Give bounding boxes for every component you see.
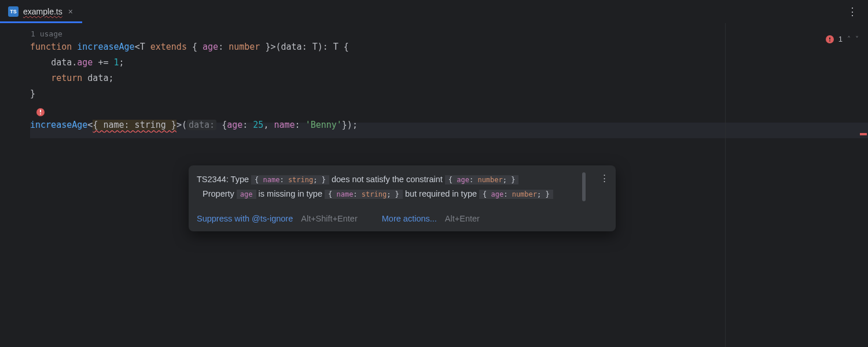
more-actions-link[interactable]: More actions... — [382, 214, 437, 223]
inline-code: { age: number; } — [479, 190, 553, 199]
close-icon[interactable]: × — [67, 7, 74, 16]
tab-bar-menu-icon[interactable]: ⋮ — [847, 5, 868, 17]
code-line: return data; — [30, 71, 868, 86]
intention-bulb-icon[interactable] — [36, 108, 45, 119]
tooltip-menu-icon[interactable]: ⋮ — [600, 171, 609, 185]
error-icon — [826, 35, 834, 43]
usage-hint[interactable]: 1 usage — [30, 29, 868, 39]
tooltip-text: : Type — [226, 175, 251, 184]
suppress-ts-ignore-link[interactable]: Suppress with @ts-ignore — [197, 214, 293, 223]
next-error-icon[interactable]: ˅ — [855, 35, 859, 43]
editor[interactable]: 1 usage function increaseAge<T extends {… — [0, 23, 868, 347]
shortcut-label: Alt+Enter — [445, 214, 480, 223]
code-line: } — [30, 86, 868, 102]
error-code: TS2344 — [197, 175, 226, 184]
error-count-widget[interactable]: 1 ˄ ˅ — [826, 35, 859, 43]
code-line: data.age += 1; — [30, 55, 868, 71]
code-line — [30, 102, 868, 117]
inline-code: { name: string; } — [325, 190, 403, 199]
tooltip-scrollbar[interactable] — [582, 172, 586, 201]
tooltip-body: ⋮ TS2344: Type { name: string; } does no… — [189, 165, 616, 208]
prev-error-icon[interactable]: ˄ — [847, 35, 851, 43]
inline-code: { name: string; } — [251, 175, 329, 184]
shortcut-label: Alt+Shift+Enter — [301, 214, 358, 223]
gutter — [0, 23, 30, 347]
code-line: function increaseAge<T extends { age: nu… — [30, 39, 868, 55]
tooltip-actions: Suppress with @ts-ignore Alt+Shift+Enter… — [189, 208, 616, 231]
tab-example[interactable]: TS example.ts × — [0, 0, 82, 23]
svg-rect-1 — [40, 110, 41, 113]
code-line: increaseAge<{ name: string }>(data: {age… — [30, 117, 868, 133]
inline-code: { age: number; } — [445, 175, 519, 184]
tooltip-text: Property age is missing in type { name: … — [197, 187, 595, 201]
tooltip-text: does not satisfy the constraint — [332, 175, 445, 184]
svg-rect-3 — [829, 37, 830, 39]
inline-code: age — [237, 190, 256, 199]
svg-rect-4 — [829, 40, 830, 41]
typescript-icon: TS — [8, 6, 19, 17]
error-tooltip: ⋮ TS2344: Type { name: string; } does no… — [189, 165, 616, 231]
tab-bar: TS example.ts × ⋮ — [0, 0, 868, 23]
ruler-error-marker[interactable] — [860, 133, 867, 135]
inlay-hint: data: — [187, 120, 216, 130]
kebab-icon: ⋮ — [847, 10, 858, 13]
svg-rect-2 — [40, 113, 41, 115]
error-count-number: 1 — [838, 35, 843, 43]
tab-filename: example.ts — [23, 7, 62, 16]
